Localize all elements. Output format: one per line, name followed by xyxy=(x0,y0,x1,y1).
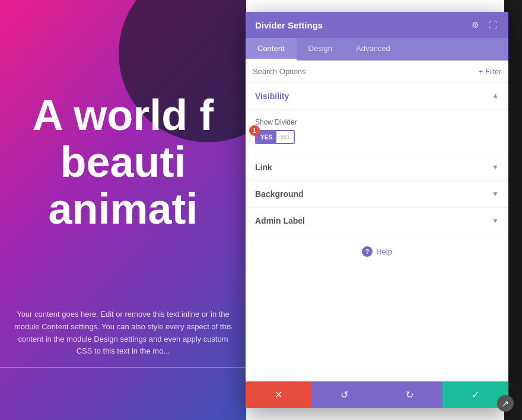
filter-button[interactable]: + Filter xyxy=(479,68,501,76)
panel-content: Visibility ▼ Show Divider 1 YES NO xyxy=(246,83,508,381)
bg-heading: A world fbeautianimati xyxy=(6,92,240,233)
plus-icon: + xyxy=(479,68,483,76)
chevron-down-icon: ▼ xyxy=(492,163,499,171)
section-link: Link ▼ xyxy=(246,154,508,181)
search-input[interactable] xyxy=(253,67,479,76)
chevron-down-icon-3: ▼ xyxy=(492,217,499,225)
redo-button[interactable]: ↻ xyxy=(377,381,443,408)
show-divider-row: 1 YES NO xyxy=(255,130,499,144)
tab-design[interactable]: Design xyxy=(297,38,344,61)
section-background-title: Background xyxy=(255,189,304,199)
page-background: A world fbeautianimati Your content goes… xyxy=(0,0,246,420)
search-bar: + Filter xyxy=(246,61,508,83)
toggle-no: NO xyxy=(276,131,294,143)
help-icon: ? xyxy=(362,246,373,257)
settings-icon[interactable]: ⚙ xyxy=(469,19,481,31)
expand-icon[interactable]: ⛶ xyxy=(487,19,499,31)
section-background-header[interactable]: Background ▼ xyxy=(246,181,508,207)
section-link-header[interactable]: Link ▼ xyxy=(246,154,508,180)
section-link-title: Link xyxy=(255,163,272,172)
show-divider-label: Show Divider xyxy=(255,118,499,126)
section-admin-label-title: Admin Label xyxy=(255,216,305,225)
tab-content[interactable]: Content xyxy=(246,38,297,61)
show-divider-toggle[interactable]: YES NO xyxy=(255,130,295,144)
undo-button[interactable]: ↺ xyxy=(311,381,377,408)
section-admin-label: Admin Label ▼ xyxy=(246,208,508,234)
panel-header: Divider Settings ⚙ ⛶ xyxy=(246,12,508,38)
tab-advanced[interactable]: Advanced xyxy=(344,38,402,61)
panel-tabs: Content Design Advanced xyxy=(246,38,508,61)
bg-subtext: Your content goes here. Edit or remove t… xyxy=(0,308,246,358)
corner-icon: ↗ xyxy=(497,395,514,412)
filter-label: Filter xyxy=(485,68,501,76)
toggle-wrap: 1 YES NO xyxy=(255,130,295,144)
section-visibility-body: Show Divider 1 YES NO xyxy=(246,110,508,154)
section-visibility: Visibility ▼ Show Divider 1 YES NO xyxy=(246,83,508,154)
section-admin-label-header[interactable]: Admin Label ▼ xyxy=(246,208,508,234)
panel-header-icons: ⚙ ⛶ xyxy=(469,19,499,31)
panel-footer: ✕ ↺ ↻ ✓ xyxy=(246,381,508,408)
divider-settings-panel: Divider Settings ⚙ ⛶ Content Design Adva… xyxy=(246,12,508,408)
chevron-up-icon: ▼ xyxy=(492,92,499,100)
bg-divider xyxy=(0,367,246,368)
section-visibility-header[interactable]: Visibility ▼ xyxy=(246,83,508,110)
badge-1: 1 xyxy=(249,125,260,136)
section-visibility-title: Visibility xyxy=(255,91,289,101)
toggle-yes: YES xyxy=(256,131,276,143)
section-background: Background ▼ xyxy=(246,181,508,208)
chevron-down-icon-2: ▼ xyxy=(492,190,499,198)
help-section: ? Help xyxy=(246,234,508,269)
panel-title: Divider Settings xyxy=(255,20,323,30)
help-text[interactable]: Help xyxy=(376,247,392,256)
cancel-button[interactable]: ✕ xyxy=(246,381,311,408)
